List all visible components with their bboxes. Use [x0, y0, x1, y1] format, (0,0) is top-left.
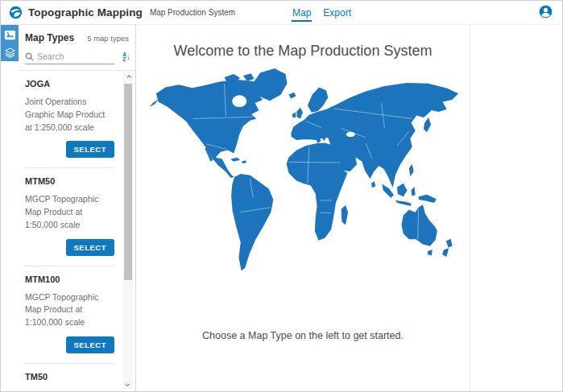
brand: Topographic Mapping Map Production Syste…: [1, 6, 235, 19]
world-map: [146, 64, 460, 279]
map-type-name: MTM100: [25, 274, 114, 284]
search-input[interactable]: [37, 52, 93, 61]
scrollbar-thumb[interactable]: [124, 84, 132, 280]
map-type-name: TM50: [25, 372, 114, 382]
select-button[interactable]: SELECT: [66, 239, 114, 256]
select-button[interactable]: SELECT: [66, 336, 114, 353]
select-button[interactable]: SELECT: [66, 141, 114, 158]
map-type-list: JOGA Joint Operations Graphic Map Produc…: [19, 71, 135, 391]
tool-strip: [1, 24, 19, 391]
tool-strip-active-group: [1, 25, 19, 61]
map-type-description: MGCP Topographic Map Product at 1:50,000…: [25, 193, 109, 231]
right-empty-area: [470, 24, 562, 391]
top-nav-tabs: Map Export: [292, 1, 352, 24]
search-icon: [25, 52, 34, 61]
panel-title: Map Types: [25, 32, 74, 43]
map-panel-icon[interactable]: [3, 28, 16, 41]
tab-export[interactable]: Export: [322, 2, 352, 23]
map-type-item: JOGA Joint Operations Graphic Map Produc…: [25, 71, 114, 167]
map-types-header: Map Types 5 map types: [19, 25, 135, 48]
app-header: Topographic Mapping Map Production Syste…: [1, 1, 562, 24]
map-types-panel: Map Types 5 map types AZ ↓: [19, 24, 136, 391]
map-type-description: Joint Operations Graphic Map Product at …: [25, 96, 109, 134]
instruction-text: Choose a Map Type on the left to get sta…: [202, 330, 404, 341]
layers-icon[interactable]: [3, 46, 16, 59]
search-box[interactable]: [25, 52, 114, 64]
app-body: Map Types 5 map types AZ ↓: [1, 24, 562, 391]
map-type-name: MTM50: [25, 176, 114, 186]
map-type-item: MTM50 MGCP Topographic Map Product at 1:…: [25, 168, 114, 265]
app-subtitle: Map Production System: [150, 8, 235, 17]
user-account-icon[interactable]: [539, 5, 553, 19]
globe-logo-icon: [9, 6, 23, 19]
map-type-description: MGCP Topographic Map Product at 1:100,00…: [25, 291, 109, 329]
scroll-down-icon[interactable]: [123, 380, 133, 390]
map-type-name: JOGA: [25, 79, 114, 89]
scroll-up-icon[interactable]: [123, 72, 133, 82]
search-row: AZ ↓: [19, 48, 135, 64]
welcome-title: Welcome to the Map Production System: [174, 43, 433, 60]
app-window: Topographic Mapping Map Production Syste…: [0, 0, 563, 392]
tab-map[interactable]: Map: [292, 2, 312, 23]
main-content: Welcome to the Map Production System: [136, 24, 470, 391]
list-scrollbar[interactable]: [123, 72, 133, 390]
sort-az-icon[interactable]: AZ ↓: [122, 52, 130, 64]
map-type-description: Topographic Map Product at 1:50,000 scal…: [25, 389, 109, 391]
map-type-list-inner: JOGA Joint Operations Graphic Map Produc…: [19, 71, 135, 391]
app-title: Topographic Mapping: [28, 6, 143, 19]
map-type-item: TM50 Topographic Map Product at 1:50,000…: [25, 364, 114, 391]
map-type-item: MTM100 MGCP Topographic Map Product at 1…: [25, 266, 114, 363]
map-type-count: 5 map types: [87, 34, 129, 43]
world-map-image: [146, 64, 460, 279]
